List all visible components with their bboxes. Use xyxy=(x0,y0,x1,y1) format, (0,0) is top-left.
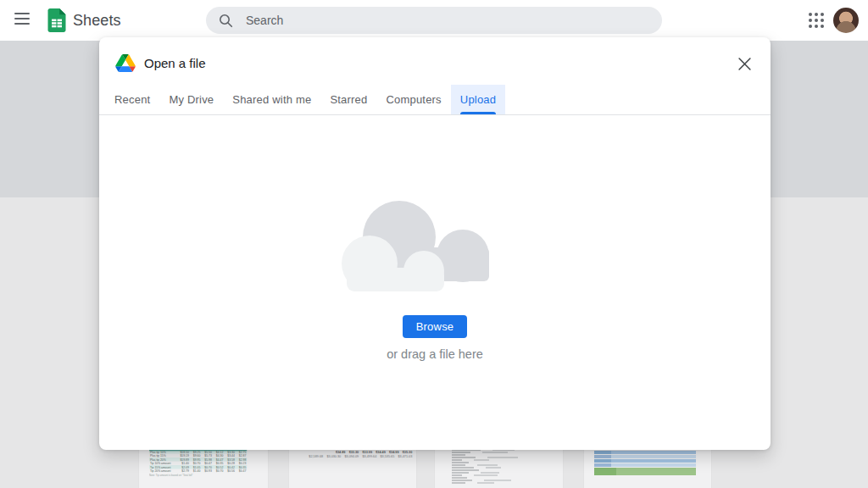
tab-starred[interactable]: Starred xyxy=(320,85,376,114)
tab-my-drive[interactable]: My Drive xyxy=(159,85,223,114)
close-icon[interactable] xyxy=(733,53,755,75)
upload-dropzone[interactable]: Browse or drag a file here xyxy=(99,197,771,488)
drag-file-hint: or drag a file here xyxy=(99,347,771,361)
sheets-logo-icon[interactable] xyxy=(47,8,66,36)
tab-shared-with-me[interactable]: Shared with me xyxy=(223,85,320,114)
account-avatar[interactable] xyxy=(833,8,859,33)
tab-recent[interactable]: Recent xyxy=(105,85,159,114)
google-drive-icon xyxy=(115,54,136,72)
dialog-title: Open a file xyxy=(144,56,206,70)
search-bar[interactable] xyxy=(206,7,662,34)
top-app-bar: Sheets xyxy=(0,0,868,41)
search-icon xyxy=(219,14,233,28)
search-input[interactable] xyxy=(244,13,617,28)
open-file-dialog: Open a file Recent My Drive Shared with … xyxy=(99,37,771,450)
screen: Plus tip 10%$18.50$9.25$5.50$4.12$3.30$2… xyxy=(0,0,868,488)
dialog-tabs: Recent My Drive Shared with me Starred C… xyxy=(99,85,771,115)
dialog-header: Open a file xyxy=(99,37,771,85)
app-title: Sheets xyxy=(73,0,121,41)
clouds-illustration xyxy=(342,197,511,291)
tab-computers[interactable]: Computers xyxy=(376,85,450,114)
browse-button[interactable]: Browse xyxy=(403,315,468,338)
google-apps-icon[interactable] xyxy=(808,12,826,30)
tab-upload[interactable]: Upload xyxy=(451,85,505,114)
main-menu-icon[interactable] xyxy=(14,12,31,29)
